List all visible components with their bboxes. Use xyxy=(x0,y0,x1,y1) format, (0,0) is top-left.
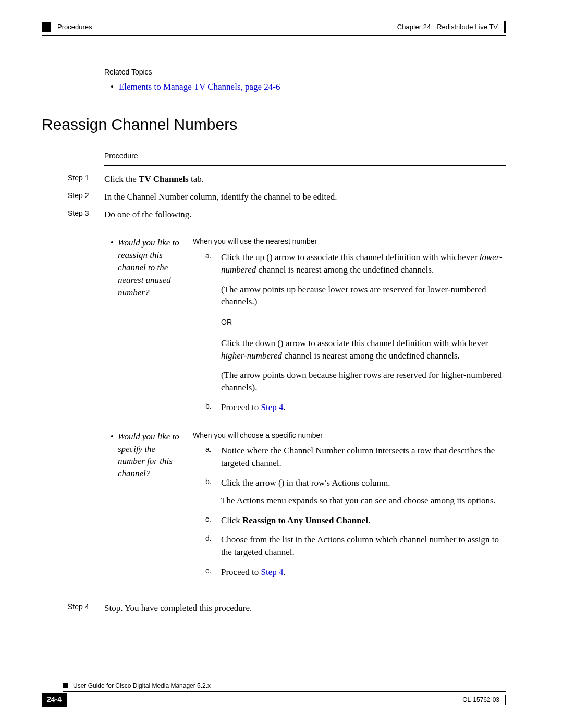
procedure-end-rule xyxy=(104,620,506,620)
procedure-heading: Procedure xyxy=(104,151,506,162)
step-1-body: Click the TV Channels tab. xyxy=(104,173,506,186)
option-1-b: b. Proceed to Step 4. xyxy=(205,401,506,414)
option-specific: • Would you like to specify the number f… xyxy=(111,430,506,578)
step-1: Step 1 Click the TV Channels tab. xyxy=(68,173,506,186)
header-bar-icon xyxy=(504,21,506,33)
footer-rule xyxy=(63,691,506,692)
footer-marker-icon xyxy=(63,683,68,688)
bullet-icon: • xyxy=(111,430,114,578)
step-3: Step 3 Do one of the following. xyxy=(68,208,506,221)
option-2-c: c. Click Reassign to Any Unused Channel. xyxy=(205,514,506,527)
or-label: OR xyxy=(221,317,506,328)
step-4: Step 4 Stop. You have completed this pro… xyxy=(68,602,506,614)
step-3-label: Step 3 xyxy=(68,208,104,221)
header-marker-icon xyxy=(42,22,51,32)
footer-bar-icon xyxy=(505,695,506,705)
step-1-label: Step 1 xyxy=(68,173,104,186)
step-4-body: Stop. You have completed this procedure. xyxy=(104,602,506,614)
option-2-when: When you will choose a specific number xyxy=(193,430,506,441)
option-nearest: • Would you like to reassign this channe… xyxy=(111,237,506,421)
related-topics-heading: Related Topics xyxy=(104,67,506,78)
related-topic-link[interactable]: Elements to Manage TV Channels, page 24-… xyxy=(119,81,280,93)
step-2-label: Step 2 xyxy=(68,191,104,203)
step-3-body: Do one of the following. xyxy=(104,208,506,221)
options-table: • Would you like to reassign this channe… xyxy=(111,230,506,589)
option-1-a: a. Click the up () arrow to associate th… xyxy=(205,251,506,308)
step-4-label: Step 4 xyxy=(68,602,104,614)
procedure-rule xyxy=(104,165,506,166)
step-4-link[interactable]: Step 4 xyxy=(261,567,283,577)
step-4-link[interactable]: Step 4 xyxy=(261,402,283,412)
doc-id: OL-15762-03 xyxy=(462,696,499,705)
page-title: Reassign Channel Numbers xyxy=(42,114,506,135)
option-1-question: Would you like to reassign this channel … xyxy=(118,237,183,421)
step-2-body: In the Channel Number column, identify t… xyxy=(104,191,506,203)
option-2-e: e. Proceed to Step 4. xyxy=(205,566,506,578)
option-1-when: When you will use the nearest number xyxy=(193,237,506,247)
option-2-a: a. Notice where the Channel Number colum… xyxy=(205,445,506,470)
header-chapter-title: Redistribute Live TV xyxy=(437,22,498,32)
bullet-icon: • xyxy=(111,237,114,421)
header-chapter: Chapter 24 xyxy=(397,22,431,32)
option-2-question: Would you like to specify the number for… xyxy=(118,430,183,578)
footer-guide-title: User Guide for Cisco Digital Media Manag… xyxy=(73,682,211,690)
option-2-d: d. Choose from the list in the Actions c… xyxy=(205,534,506,559)
page-number-badge: 24-4 xyxy=(42,693,67,707)
option-2-b: b. Click the arrow () in that row's Acti… xyxy=(205,477,506,507)
step-2: Step 2 In the Channel Number column, ide… xyxy=(68,191,506,203)
bullet-icon: • xyxy=(111,81,114,93)
header-rule xyxy=(42,35,506,36)
header-left-label: Procedures xyxy=(57,22,92,32)
